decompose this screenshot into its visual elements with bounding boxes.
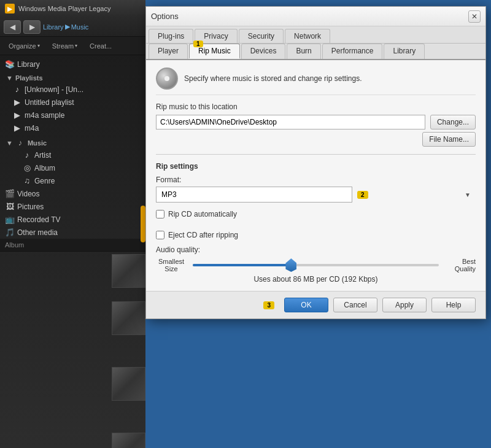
sidebar-item-recorded-tv[interactable]: 📺 Recorded TV [0,213,145,226]
genre-icon: ♫ [22,176,32,185]
slider-thumb[interactable] [285,258,296,272]
tab-security[interactable]: Security [239,29,284,43]
album-thumb-1 [112,254,145,288]
help-button[interactable]: Help [431,298,476,312]
scrollbar[interactable] [141,206,145,242]
album-thumb-2 [112,301,145,335]
sidebar-music-header[interactable]: ▼ ♪ Music [0,134,145,149]
audio-quality-section: Audio quality: Smallest Size Best Qualit… [156,245,476,284]
sidebar-item-untitled-playlist[interactable]: ▶ Untitled playlist [0,96,145,109]
sidebar-item-genre[interactable]: ♫ Genre [0,174,145,187]
music-icon: ♪ [15,138,25,147]
eject-checkbox[interactable] [156,231,164,239]
apply-button[interactable]: Apply [382,298,427,312]
slider-container: Smallest Size Best Quality [156,258,476,272]
dialog-footer: 3 OK Cancel Apply Help [146,291,485,319]
tab-devices[interactable]: Devices [241,44,286,59]
stream-button[interactable]: Stream ▾ [48,41,81,51]
options-dialog: Options ✕ Plug-ins Privacy Security Netw… [145,6,486,319]
audio-quality-slider[interactable] [193,264,439,266]
location-input[interactable] [156,115,425,129]
dialog-close-button[interactable]: ✕ [468,10,481,23]
library-icon: 📚 [5,60,15,69]
tab-network[interactable]: Network [285,29,330,43]
create-button[interactable]: Creat... [86,41,115,51]
rip-auto-label: Rip CD automatically [168,210,237,218]
album-icon: ◎ [22,163,32,172]
album-thumb-4 [112,433,145,448]
videos-icon: 🎬 [5,189,15,198]
playlist-icon: ♪ [12,85,22,94]
sidebar-item-videos[interactable]: 🎬 Videos [0,187,145,200]
playlist-icon: ▶ [12,98,22,107]
format-label: Format: [156,176,476,184]
sidebar-item-m4a-sample[interactable]: ▶ m4a sample [0,109,145,122]
tab-rip-music[interactable]: 1 Rip Music [189,44,240,59]
sidebar-item-m4a[interactable]: ▶ m4a [0,122,145,134]
tab-plugins[interactable]: Plug-ins [149,29,193,43]
section-header-text: Specify where music is stored and change… [184,74,361,83]
wmp-title: Windows Media Player Legacy [18,5,141,12]
footer-badge: 3 [263,301,274,309]
dialog-content: Specify where music is stored and change… [146,60,485,291]
cd-icon [156,68,178,90]
sidebar-item-artist[interactable]: ♪ Artist [0,149,145,161]
chevron-down-icon: ▼ [6,139,13,147]
organize-button[interactable]: Organize ▾ [5,41,44,51]
sidebar-playlists-header[interactable]: ▼ Playlists [0,71,145,83]
breadcrumb-music[interactable]: Music [71,23,89,31]
tab-burn[interactable]: Burn [287,44,320,59]
chevron-down-icon: ▼ [6,74,13,82]
section-header: Specify where music is stored and change… [156,68,476,95]
wmp-sidebar: 📚 Library ▼ Playlists ♪ [Unknown] - [Un.… [0,55,145,448]
sidebar-item-library[interactable]: 📚 Library [0,58,145,71]
artist-icon: ♪ [22,150,32,160]
tab-library[interactable]: Library [384,44,425,59]
change-button[interactable]: Change... [430,115,476,129]
format-select[interactable]: MP3 [156,187,352,203]
breadcrumb: Library ▶ Music [43,23,88,31]
ok-button[interactable]: OK [284,298,328,312]
cancel-button[interactable]: Cancel [333,298,377,312]
dialog-titlebar: Options ✕ [146,7,485,26]
album-thumb-3 [112,367,145,401]
wmp-window: ▶ Windows Media Player Legacy ◀ ▶ Librar… [0,0,145,448]
back-button[interactable]: ◀ [4,20,21,34]
wmp-action-bar: Organize ▾ Stream ▾ Creat... [0,37,145,55]
tv-icon: 📺 [5,215,15,224]
tab-player[interactable]: Player [149,44,188,59]
audio-quality-label: Audio quality: [156,245,476,254]
playlist-icon: ▶ [12,110,22,120]
other-media-icon: 🎵 [5,228,15,237]
wmp-titlebar: ▶ Windows Media Player Legacy [0,0,145,17]
slider-info: Uses about 86 MB per CD (192 Kbps) [156,275,476,284]
wmp-navbar: ◀ ▶ Library ▶ Music [0,17,145,37]
select-arrow-icon: ▼ [465,191,471,198]
tab-badge-1: 1 [193,41,203,47]
tab-performance[interactable]: Performance [322,44,383,59]
sidebar-item-pictures[interactable]: 🖼 Pictures [0,200,145,213]
forward-button[interactable]: ▶ [23,20,41,34]
best-label: Best Quality [445,258,476,272]
sidebar-item-unknown-playlist[interactable]: ♪ [Unknown] - [Un... [0,83,145,96]
rip-auto-row: Rip CD automatically [156,210,476,218]
smallest-label: Smallest Size [156,258,187,272]
filename-row: File Name... [156,132,476,147]
location-label: Rip music to this location [156,102,476,111]
tab-strip-row2: Player 1 Rip Music Devices Burn Performa… [146,44,485,60]
dialog-title: Options [151,12,468,21]
column-header: Album [0,239,145,252]
eject-row: Eject CD after ripping [156,231,476,239]
format-select-row: MP3 ▼ 2 [156,187,476,203]
sidebar-item-album[interactable]: ◎ Album [0,161,145,174]
sidebar-item-other-media[interactable]: 🎵 Other media [0,226,145,239]
divider-1 [156,154,476,155]
playlist-icon: ▶ [12,123,22,133]
format-badge: 2 [357,191,368,199]
breadcrumb-library[interactable]: Library [43,23,64,31]
pictures-icon: 🖼 [5,202,15,211]
eject-label: Eject CD after ripping [168,231,238,239]
rip-settings-label: Rip settings [156,162,476,171]
filename-button[interactable]: File Name... [422,132,476,147]
rip-auto-checkbox[interactable] [156,210,164,218]
